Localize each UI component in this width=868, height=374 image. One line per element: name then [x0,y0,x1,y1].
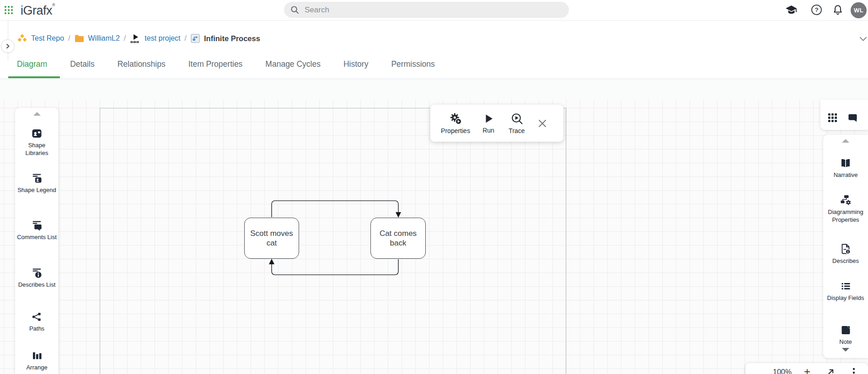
describes-button[interactable]: Describes [823,243,868,265]
breadcrumb-link-repo[interactable]: Test Repo [31,34,64,43]
shape-action-card: Properties Run Trace [430,105,563,142]
tab-item-properties[interactable]: Item Properties [188,59,243,69]
shape-legend-button[interactable]: Shape Legend [15,173,59,194]
diagramming-properties-icon [840,194,852,206]
left-tool-panel: Shape Libraries Shape Legend Comments Li… [15,108,59,374]
trace-button[interactable]: Trace [503,112,531,134]
diagram-icon [191,34,200,43]
zoom-control-bar: 100% + [745,363,868,374]
breadcrumb-link-project[interactable]: test project [145,34,180,43]
properties-button[interactable]: Properties [437,112,474,134]
more-options-kebab-icon[interactable] [852,367,855,374]
svg-text:?: ? [814,6,818,13]
search-input[interactable] [304,5,552,15]
shape-libraries-icon [31,128,43,139]
zoom-level-value: 100% [773,368,792,374]
expand-left-panel-button[interactable] [1,39,15,53]
search-icon [290,5,299,14]
avatar[interactable]: WL [851,2,867,18]
chevron-right-icon [5,43,11,49]
active-tab-indicator [8,76,60,78]
tab-bar: Diagram Details Relationships Item Prope… [17,59,435,69]
tab-relationships[interactable]: Relationships [118,59,166,69]
notifications-bell-icon[interactable] [832,4,843,17]
arrange-icon [31,350,43,361]
run-play-icon [483,113,494,124]
folder-icon [75,34,84,43]
arrange-button[interactable]: Arrange [15,350,59,372]
diagram-toolbar: Working Draft SOP TT [0,79,868,100]
comments-list-icon [31,220,43,231]
breadcrumb: Test Repo / WilliamL2 / test project / I… [17,32,260,44]
learning-cap-icon[interactable] [785,5,798,17]
help-icon[interactable]: ? [811,4,822,17]
tab-history[interactable]: History [343,59,368,69]
flow-node-cat-comes-back[interactable]: Cat comes back [370,218,426,259]
top-header: iGrafx® ? WL [0,0,868,21]
flow-node-scott-moves-cat[interactable]: Scott moves cat [244,218,299,259]
global-search[interactable] [284,2,569,18]
app-launcher-icon[interactable] [4,5,14,15]
fullscreen-expand-icon[interactable] [826,368,835,374]
comments-bubble-icon[interactable] [847,113,858,125]
paths-button[interactable]: Paths [15,311,59,333]
right-mini-bar [820,100,868,130]
breadcrumb-current-item: Infinite Process [204,34,260,43]
breadcrumb-link-folder[interactable]: WilliamL2 [88,34,120,43]
close-icon[interactable] [537,118,547,128]
shape-palette-grid-icon[interactable] [828,113,837,124]
diagramming-properties-button[interactable]: Diagramming Properties [823,194,868,224]
paths-icon [31,311,43,322]
describes-list-button[interactable]: Describes List [15,267,59,289]
scroll-up-icon[interactable] [33,112,41,116]
trace-magnifier-icon [511,112,523,125]
narrative-button[interactable]: Narrative [823,158,868,179]
display-fields-icon [840,281,852,292]
narrative-icon [840,158,852,169]
breadcrumb-separator: / [68,34,70,43]
collapse-header-chevron-icon[interactable] [859,35,867,43]
properties-gear-icon [450,112,462,125]
describes-list-icon [31,267,43,278]
note-button[interactable]: Note [823,325,868,346]
breadcrumb-separator: / [185,34,187,43]
display-fields-button[interactable]: Display Fields [823,281,868,302]
note-icon [840,325,852,336]
zoom-in-button[interactable]: + [804,365,810,374]
shape-legend-icon [31,173,43,184]
igrafx-logo[interactable]: iGrafx® [21,3,55,18]
tab-diagram[interactable]: Diagram [17,59,47,69]
breadcrumb-separator: / [124,34,126,43]
shape-libraries-button[interactable]: Shape Libraries [15,128,59,157]
right-tool-panel: Narrative Diagramming Properties Describ… [823,135,868,358]
tab-details[interactable]: Details [70,59,95,69]
comments-list-button[interactable]: Comments List [15,220,59,241]
tab-manage-cycles[interactable]: Manage Cycles [265,59,321,69]
repository-icon [17,34,27,43]
process-icon [130,34,140,43]
scroll-down-icon[interactable] [842,348,849,352]
tab-permissions[interactable]: Permissions [391,59,434,69]
run-button[interactable]: Run [474,113,503,134]
scroll-up-icon[interactable] [842,139,849,143]
describes-icon [840,243,852,255]
